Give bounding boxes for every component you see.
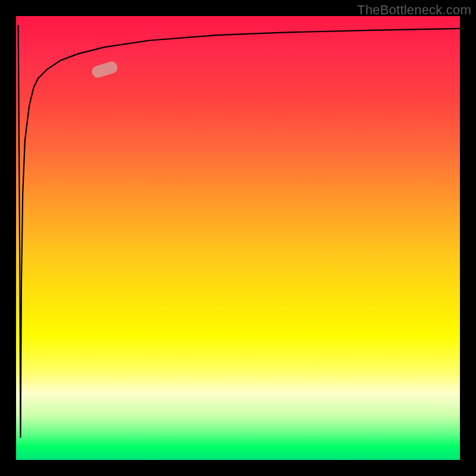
watermark-label: TheBottleneck.com (357, 2, 471, 18)
chart-frame: TheBottleneck.com (0, 0, 476, 476)
gradient-plot-area (16, 16, 460, 460)
